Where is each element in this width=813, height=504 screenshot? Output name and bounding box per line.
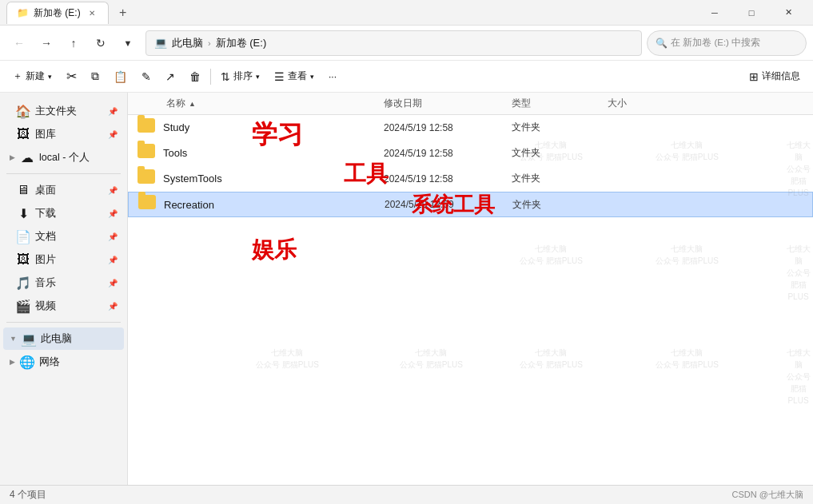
col-header-type[interactable]: 类型 [512, 97, 608, 110]
download-icon: ⬇ [16, 206, 30, 220]
back-button[interactable]: ← [6, 30, 32, 56]
table-row[interactable]: Tools 2024/5/19 12:58 文件夹 [128, 141, 813, 166]
address-part-computer[interactable]: 此电脑 [172, 36, 203, 50]
up-button[interactable]: ↑ [61, 30, 86, 56]
forward-button[interactable]: → [34, 30, 59, 56]
copy-button[interactable]: ⧉ [85, 65, 106, 89]
paste-button[interactable]: 📋 [107, 65, 134, 89]
sidebar-item-pictures[interactable]: 🖼 图片 📌 [3, 248, 124, 271]
sidebar-divider-2 [6, 322, 121, 323]
sort-button[interactable]: ⇅ 排序 ▾ [214, 65, 266, 89]
watermark-text: CSDN @七维大脑 [732, 489, 803, 501]
sidebar-label-desktop: 桌面 [35, 184, 56, 197]
file-type-cell: 文件夹 [512, 121, 608, 134]
sort-arrow-name: ▲ [189, 100, 196, 108]
col-header-size[interactable]: 大小 [608, 97, 687, 110]
file-name-cell: Study [128, 118, 384, 137]
sidebar-item-documents[interactable]: 📄 文档 📌 [3, 225, 124, 248]
minimize-button[interactable]: ─ [696, 0, 733, 26]
sidebar-label-thispc: 此电脑 [41, 332, 72, 346]
pin-icon-desktop: 📌 [108, 186, 118, 195]
col-header-name[interactable]: 名称 ▲ [128, 97, 384, 110]
close-button[interactable]: ✕ [770, 0, 807, 26]
annotation-recreation: 娱乐 [252, 235, 297, 265]
expand-button[interactable]: ▼ [115, 30, 141, 56]
pin-icon-documents: 📌 [108, 232, 118, 241]
cloud-icon: ☁ [20, 150, 34, 165]
file-name-cell: SystemTools [128, 169, 384, 189]
sidebar-item-music[interactable]: 🎵 音乐 📌 [3, 272, 124, 294]
sidebar-label-videos: 视频 [35, 300, 56, 313]
sidebar-item-network[interactable]: ▶ 🌐 网络 [3, 351, 124, 373]
sidebar-label-gallery: 图库 [35, 128, 56, 141]
sidebar-item-downloads[interactable]: ⬇ 下载 📌 [3, 202, 124, 224]
sidebar-item-videos[interactable]: 🎬 视频 📌 [3, 295, 124, 317]
tab-folder-icon: 📁 [17, 7, 29, 18]
sidebar-item-thispc[interactable]: ▼ 💻 此电脑 [3, 327, 124, 350]
sidebar-item-desktop[interactable]: 🖥 桌面 📌 [3, 179, 124, 201]
view-button[interactable]: ☰ 查看 ▾ [268, 65, 321, 89]
tab-label: 新加卷 (E:) [34, 6, 81, 20]
statusbar: 4 个项目 CSDN @七维大脑 [0, 485, 813, 504]
sidebar-label-music: 音乐 [35, 276, 56, 290]
detail-button[interactable]: ⊞ 详细信息 [743, 65, 807, 89]
new-button[interactable]: ＋ 新建 ▾ [6, 65, 58, 89]
watermark-6: 七维大脑公众号 肥猫PLUS [783, 243, 813, 303]
separator-1 [210, 69, 211, 85]
new-tab-button[interactable]: + [112, 2, 134, 24]
new-chevron: ▾ [48, 73, 52, 81]
sidebar-item-gallery[interactable]: 🖼 图库 📌 [3, 123, 124, 145]
maximize-button[interactable]: □ [733, 0, 770, 26]
col-header-date[interactable]: 修改日期 [384, 97, 512, 110]
titlebar: 📁 新加卷 (E:) ✕ + ─ □ ✕ [0, 0, 813, 26]
more-button[interactable]: ··· [322, 65, 343, 89]
navigation-toolbar: ← → ↑ ↻ ▼ 💻 此电脑 › 新加卷 (E:) 🔍 在 新加卷 (E:) … [0, 26, 813, 61]
item-count: 4 个项目 [10, 488, 46, 502]
sidebar-label-home: 主文件夹 [35, 105, 77, 118]
search-icon: 🔍 [656, 38, 668, 49]
file-date-cell: 2024/5/19 12:58 [384, 122, 512, 133]
watermark-7: 七维大脑公众号 肥猫PLUS [256, 347, 319, 371]
expand-arrow-network: ▶ [10, 358, 15, 366]
address-part-drive[interactable]: 新加卷 (E:) [216, 36, 267, 50]
table-row[interactable]: SystemTools 2024/5/19 12:58 文件夹 [128, 166, 813, 192]
pictures-icon: 🖼 [16, 252, 30, 267]
sidebar-label-pictures: 图片 [35, 253, 56, 267]
view-label: 查看 [288, 69, 307, 83]
file-date-cell: 2024/5/19 12:58 [384, 148, 512, 159]
col-size-label: 大小 [608, 97, 627, 110]
share-button[interactable]: ↗ [159, 65, 181, 89]
search-box[interactable]: 🔍 在 新加卷 (E:) 中搜索 [647, 30, 807, 56]
detail-label: 详细信息 [762, 69, 800, 83]
table-row[interactable]: Study 2024/5/19 12:58 文件夹 [128, 115, 813, 141]
tab-close-button[interactable]: ✕ [86, 6, 98, 19]
sidebar-label-documents: 文档 [35, 230, 56, 244]
folder-icon [137, 118, 157, 137]
sidebar-item-local[interactable]: ▶ ☁ local - 个人 [3, 146, 124, 169]
content-area: 名称 ▲ 修改日期 类型 大小 Study 2024/5/ [128, 93, 813, 485]
table-row[interactable]: Recreation 2024/5/19 12:59 文件夹 [128, 192, 813, 217]
folder-icon [138, 195, 157, 214]
file-name: Tools [163, 147, 187, 159]
home-icon: 🏠 [16, 104, 30, 118]
col-type-label: 类型 [512, 97, 531, 110]
file-name: SystemTools [163, 173, 222, 185]
file-date-cell: 2024/5/19 12:58 [384, 173, 512, 185]
sort-icon: ⇅ [221, 70, 230, 83]
delete-button[interactable]: 🗑 [183, 65, 207, 89]
detail-icon: ⊞ [749, 70, 759, 83]
rename-button[interactable]: ✎ [135, 65, 157, 89]
gallery-icon: 🖼 [16, 127, 30, 141]
file-list: Study 2024/5/19 12:58 文件夹 Tools 2024/5/1… [128, 115, 813, 217]
titlebar-tabs: 📁 新加卷 (E:) ✕ + [6, 2, 696, 24]
refresh-button[interactable]: ↻ [88, 30, 114, 56]
address-bar[interactable]: 💻 此电脑 › 新加卷 (E:) [145, 30, 642, 56]
video-icon: 🎬 [16, 299, 30, 313]
cut-button[interactable]: ✂ [60, 65, 83, 89]
column-headers: 名称 ▲ 修改日期 类型 大小 [128, 93, 813, 115]
file-list-wrapper: Study 2024/5/19 12:58 文件夹 Tools 2024/5/1… [128, 115, 813, 485]
expand-arrow-thispc: ▼ [10, 335, 17, 343]
search-placeholder: 在 新加卷 (E:) 中搜索 [671, 37, 760, 49]
sidebar-item-home[interactable]: 🏠 主文件夹 📌 [3, 100, 124, 122]
active-tab[interactable]: 📁 新加卷 (E:) ✕ [6, 2, 109, 24]
